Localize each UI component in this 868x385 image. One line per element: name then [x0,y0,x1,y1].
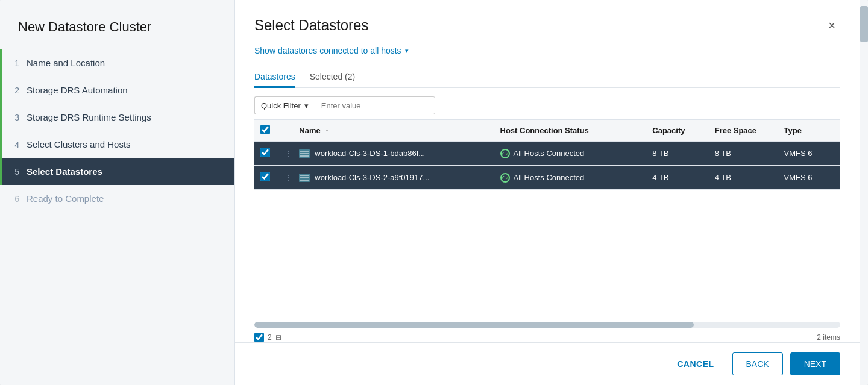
row-name-cell: workload-Cls-3-DS-2-a9f01917... [293,166,494,190]
svg-rect-2 [300,153,309,154]
table-body: ⋮ workload-Cls-3-DS-1-bdab86f... ✓ All H… [254,142,840,190]
datastore-table-wrapper: Name ↑ Host Connection Status Capacity [254,119,840,322]
row-status-cell: ✓ All Hosts Connected [494,166,647,190]
datastore-table: Name ↑ Host Connection Status Capacity [254,119,840,190]
wizard-sidebar: New Datastore Cluster 1Name and Location… [0,0,235,385]
dialog-footer: CANCEL BACK NEXT [235,342,860,385]
table-section: Quick Filter ▾ [254,96,840,342]
capacity-column-header[interactable]: Capacity [646,120,708,142]
row-capacity-cell: 4 TB [646,166,708,190]
chevron-down-icon: ▾ [405,47,409,55]
datastore-name: workload-Cls-3-DS-2-a9f01917... [315,173,429,182]
items-count: 2 items [817,333,840,342]
status-label: All Hosts Connected [514,149,585,158]
vertical-scrollbar[interactable] [860,0,868,385]
status-connected-icon: ✓ [500,173,510,183]
svg-rect-3 [300,155,309,157]
svg-rect-7 [300,180,309,181]
sidebar-step-1[interactable]: 1Name and Location [0,49,234,77]
status-column-header[interactable]: Host Connection Status [494,120,647,142]
table-row[interactable]: ⋮ workload-Cls-3-DS-1-bdab86f... ✓ All H… [254,142,840,166]
sort-ascending-icon: ↑ [326,127,329,134]
row-type-cell: VMFS 6 [778,142,840,166]
main-header: Select Datastores × [235,0,860,34]
sidebar-step-4[interactable]: 4Select Clusters and Hosts [0,131,234,158]
main-title: Select Datastores [254,17,368,34]
sidebar-step-5: 5Select Datastores [0,158,234,185]
step-label: Select Clusters and Hosts [27,139,131,149]
select-all-checkbox[interactable] [260,125,270,134]
row-freespace-cell: 4 TB [709,166,778,190]
table-footer: 2 ⊟ 2 items [254,330,840,342]
row-status-cell: ✓ All Hosts Connected [494,142,647,166]
select-all-header [254,120,279,142]
cancel-button[interactable]: CANCEL [666,353,725,375]
footer-items-icon: ⊟ [275,333,281,342]
datastore-filter-dropdown[interactable]: Show datastores connected to all hosts ▾ [254,46,409,57]
sidebar-step-3[interactable]: 3Storage DRS Runtime Settings [0,104,234,131]
scrollbar-thumb[interactable] [254,322,694,328]
status-connected-icon: ✓ [500,149,510,158]
row-capacity-cell: 8 TB [646,142,708,166]
quick-filter-label: Quick Filter [261,101,301,110]
steps-list: 1Name and Location2Storage DRS Automatio… [0,49,234,385]
svg-rect-5 [300,175,309,176]
main-body: Show datastores connected to all hosts ▾… [235,34,860,342]
row-checkbox[interactable] [260,148,270,157]
row-freespace-cell: 8 TB [709,142,778,166]
step-number: 3 [2,113,27,122]
tab-selected[interactable]: Selected (2) [310,67,355,88]
name-header-label: Name [299,126,320,135]
tab-bar: Datastores Selected (2) [254,67,840,88]
row-checkbox[interactable] [260,172,270,181]
step-number: 6 [2,194,27,204]
type-column-header[interactable]: Type [778,120,840,142]
datastore-icon [299,149,310,158]
step-number: 4 [2,140,27,149]
step-number: 5 [2,167,27,177]
footer-left: 2 ⊟ [254,333,281,342]
type-header-label: Type [784,126,802,135]
sidebar-step-6[interactable]: 6Ready to Complete [0,185,234,212]
svg-rect-1 [300,151,309,152]
filter-dropdown-label: Show datastores connected to all hosts [254,46,401,55]
new-datastore-cluster-dialog: New Datastore Cluster 1Name and Location… [0,0,868,385]
quick-filter-select[interactable]: Quick Filter ▾ [254,96,315,114]
back-button[interactable]: BACK [732,352,783,375]
step-number: 1 [2,58,27,68]
quick-filter-row: Quick Filter ▾ [254,96,840,114]
row-drag-handle[interactable]: ⋮ [279,166,293,190]
step-label: Ready to Complete [27,193,104,204]
freespace-header-label: Free Space [715,126,756,135]
row-checkbox-cell [254,142,279,166]
filter-row: Show datastores connected to all hosts ▾ [254,46,840,57]
close-button[interactable]: × [823,17,840,34]
footer-select-all-checkbox[interactable] [254,333,264,342]
table-header-row: Name ↑ Host Connection Status Capacity [254,120,840,142]
row-checkbox-cell [254,166,279,190]
status-header-label: Host Connection Status [500,126,589,135]
chevron-down-icon: ▾ [304,101,309,110]
table-row[interactable]: ⋮ workload-Cls-3-DS-2-a9f01917... ✓ All … [254,166,840,190]
row-name-cell: workload-Cls-3-DS-1-bdab86f... [293,142,494,166]
row-drag-handle[interactable]: ⋮ [279,142,293,166]
step-label: Name and Location [27,58,105,68]
tab-datastores[interactable]: Datastores [254,67,295,88]
step-label: Storage DRS Runtime Settings [27,112,151,122]
sidebar-step-2[interactable]: 2Storage DRS Automation [0,77,234,104]
status-label: All Hosts Connected [514,173,585,182]
step-label: Storage DRS Automation [27,85,128,95]
dialog-title: New Datastore Cluster [0,0,234,49]
next-button[interactable]: NEXT [790,352,840,375]
row-type-cell: VMFS 6 [778,166,840,190]
capacity-header-label: Capacity [652,126,685,135]
datastore-name: workload-Cls-3-DS-1-bdab86f... [315,149,425,158]
drag-header [279,120,293,142]
step-number: 2 [2,86,27,95]
horizontal-scrollbar[interactable] [254,322,840,328]
name-column-header[interactable]: Name ↑ [293,120,494,142]
freespace-column-header[interactable]: Free Space [709,120,778,142]
datastore-icon [299,174,310,182]
quick-filter-input[interactable] [315,96,435,114]
vertical-scrollbar-thumb[interactable] [860,6,868,42]
